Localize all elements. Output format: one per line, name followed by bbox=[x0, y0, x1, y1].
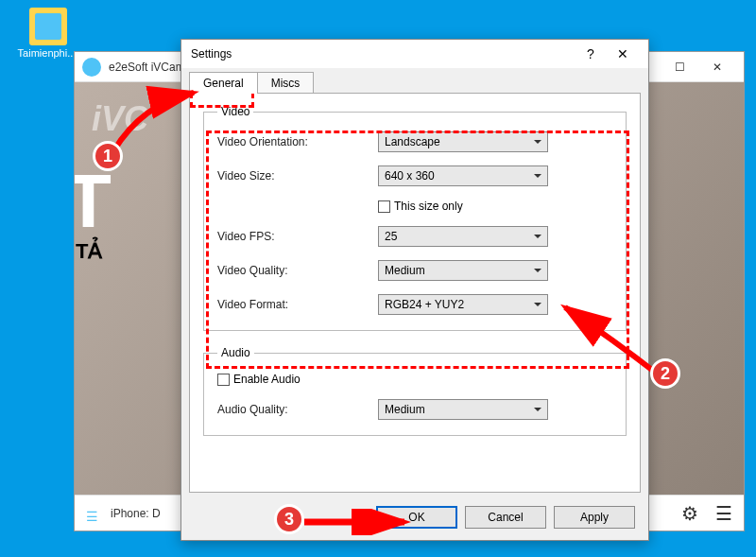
audio-group: Audio Enable Audio Audio Quality: Medium bbox=[203, 346, 627, 436]
video-quality-label: Video Quality: bbox=[217, 264, 378, 277]
shortcut-label: Taimienphi.... bbox=[17, 47, 79, 59]
overlay-text-small: TẢ bbox=[76, 239, 102, 264]
help-button[interactable]: ? bbox=[575, 46, 607, 61]
this-size-only-checkbox[interactable]: This size only bbox=[378, 200, 612, 213]
wifi-icon bbox=[86, 508, 101, 519]
video-quality-select[interactable]: Medium bbox=[378, 260, 548, 281]
settings-dialog: Settings ? ✕ General Miscs Video Video O… bbox=[180, 39, 649, 541]
video-orientation-label: Video Orientation: bbox=[217, 135, 378, 148]
video-fps-label: Video FPS: bbox=[217, 230, 378, 243]
shortcut-icon bbox=[29, 8, 67, 45]
this-size-only-label: This size only bbox=[394, 200, 463, 213]
tab-panel-general: Video Video Orientation: Landscape Video… bbox=[189, 93, 641, 493]
audio-quality-label: Audio Quality: bbox=[217, 403, 378, 416]
app-icon bbox=[82, 58, 101, 77]
cancel-button[interactable]: Cancel bbox=[465, 506, 546, 529]
video-orientation-select[interactable]: Landscape bbox=[378, 131, 548, 152]
ok-button[interactable]: OK bbox=[376, 506, 457, 529]
dialog-titlebar: Settings ? ✕ bbox=[181, 40, 648, 68]
video-legend: Video bbox=[217, 105, 253, 118]
dialog-close-button[interactable]: ✕ bbox=[607, 46, 639, 61]
checkbox-icon bbox=[378, 200, 390, 213]
close-button[interactable]: ✕ bbox=[698, 54, 736, 80]
maximize-button[interactable]: ☐ bbox=[661, 54, 698, 80]
watermark-text: iVC bbox=[92, 99, 148, 139]
video-group: Video Video Orientation: Landscape Video… bbox=[203, 105, 627, 331]
dialog-title: Settings bbox=[191, 47, 575, 61]
video-size-select[interactable]: 640 x 360 bbox=[378, 165, 548, 186]
enable-audio-checkbox[interactable]: Enable Audio bbox=[217, 373, 612, 386]
enable-audio-label: Enable Audio bbox=[233, 373, 301, 386]
video-format-select[interactable]: RGB24 + YUY2 bbox=[378, 294, 548, 315]
apply-button[interactable]: Apply bbox=[554, 506, 635, 529]
overlay-text-large: T bbox=[75, 158, 112, 245]
audio-legend: Audio bbox=[217, 346, 254, 359]
audio-quality-select[interactable]: Medium bbox=[378, 399, 548, 420]
hamburger-icon[interactable]: ☰ bbox=[715, 502, 732, 525]
video-format-label: Video Format: bbox=[217, 298, 378, 311]
dialog-button-row: OK Cancel Apply bbox=[181, 498, 648, 540]
tab-miscs[interactable]: Miscs bbox=[257, 72, 315, 94]
desktop-shortcut[interactable]: Taimienphi.... bbox=[17, 8, 79, 59]
tab-general[interactable]: General bbox=[189, 72, 258, 94]
tab-strip: General Miscs bbox=[189, 72, 641, 94]
video-fps-select[interactable]: 25 bbox=[378, 226, 548, 247]
gear-icon[interactable]: ⚙ bbox=[681, 502, 698, 525]
checkbox-icon bbox=[217, 374, 230, 386]
video-size-label: Video Size: bbox=[217, 169, 378, 183]
